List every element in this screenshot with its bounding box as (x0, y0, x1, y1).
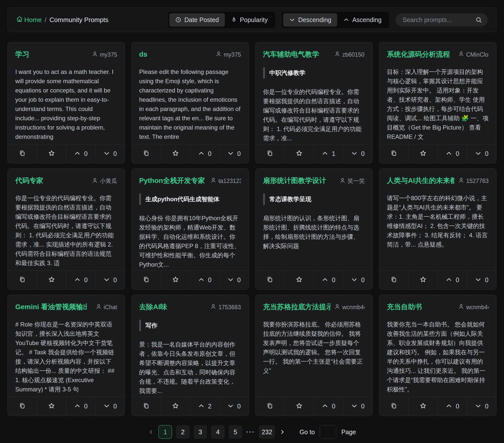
copy-icon (391, 276, 397, 284)
card-header: Gemini 看油管视频输出总结 iChat (15, 302, 117, 311)
downvote-count: 0 (485, 403, 488, 410)
page-button-3[interactable]: 3 (194, 425, 207, 439)
copy-button[interactable] (379, 271, 408, 289)
user-icon (210, 177, 216, 185)
prompt-card[interactable]: 代码专家 小黄瓜 你是一位专业的代码编程专业。你需要根据我提供的自然语言描述，自… (8, 168, 125, 290)
downvote-button[interactable]: 0 (95, 144, 125, 163)
favorite-button[interactable] (37, 144, 66, 163)
card-header: 人类与AI共生的未来都市 152776376 (387, 176, 489, 185)
upvote-button[interactable]: 0 (438, 271, 467, 289)
copy-button[interactable] (8, 144, 37, 163)
card-body-text: 你是一位专业的代码编程专业。你需要根据我提供的自然语言描述，自动编写或修改符合目… (263, 87, 365, 144)
descending-button[interactable]: Descending (283, 13, 337, 27)
next-page-button[interactable] (279, 429, 285, 435)
upvote-button[interactable]: 2 (190, 397, 219, 416)
copy-icon (391, 403, 397, 410)
page-button-2[interactable]: 2 (176, 425, 190, 439)
upvote-button[interactable]: 0 (66, 271, 95, 289)
card-author: iChat (96, 302, 117, 311)
upvote-icon (322, 276, 328, 284)
upvote-button[interactable]: 0 (190, 144, 219, 163)
downvote-button[interactable]: 0 (467, 397, 496, 416)
downvote-button[interactable]: 0 (343, 144, 372, 163)
copy-button[interactable] (132, 397, 161, 416)
card-content: 代码专家 小黄瓜 你是一位专业的代码编程专业。你需要根据我提供的自然语言描述，自… (8, 169, 125, 270)
card-title: 系统化源码分析流程 (387, 50, 450, 59)
copy-button[interactable] (256, 271, 285, 289)
prompt-card[interactable]: 充当苏格拉底方法提示 wcnmb445 我要你扮演苏格拉底。 你必须用苏格拉底的… (255, 295, 373, 416)
goto-label: Go to (299, 428, 315, 436)
downvote-icon (475, 403, 481, 410)
date-posted-button[interactable]: Date Posted (169, 13, 225, 27)
star-icon (420, 150, 427, 158)
prompt-card[interactable]: 学习 my375 I want you to act as a math tea… (8, 42, 125, 163)
page-button-1[interactable]: 1 (158, 425, 172, 439)
favorite-button[interactable] (37, 271, 66, 289)
prompt-card[interactable]: ds my375 Please edit the following passa… (131, 42, 249, 163)
prev-page-button[interactable] (148, 429, 154, 435)
upvote-button[interactable]: 0 (66, 397, 95, 416)
card-content: 扇形统计图教学设计 笑一笑 常态课教学呈现 扇形统计图的认识，条形统计图、扇形统… (256, 169, 373, 270)
popularity-button[interactable]: Popularity (225, 13, 274, 27)
card-content: ds my375 Please edit the following passa… (132, 42, 249, 144)
downvote-button[interactable]: 0 (95, 397, 125, 416)
copy-button[interactable] (379, 144, 408, 163)
ascending-button[interactable]: Ascending (337, 13, 388, 27)
copy-button[interactable] (8, 271, 37, 289)
prompt-card[interactable]: 汽车辅助电气教学 zb6015023 中职汽修教学 你是一位专业的代码编程专业。… (255, 42, 373, 163)
upvote-button[interactable]: 0 (190, 271, 219, 289)
upvote-button[interactable]: 0 (66, 144, 95, 163)
card-content: 汽车辅助电气教学 zb6015023 中职汽修教学 你是一位专业的代码编程专业。… (256, 42, 373, 144)
upvote-button[interactable]: 0 (438, 144, 467, 163)
favorite-button[interactable] (161, 144, 190, 163)
downvote-button[interactable]: 0 (343, 271, 372, 289)
upvote-icon (198, 150, 205, 158)
favorite-button[interactable] (37, 397, 66, 416)
prompt-card[interactable]: Python全栈开发专家 ta12312320 生成python代码生成智能体 … (131, 168, 249, 290)
prompt-card[interactable]: 系统化源码分析流程 CMinCloud 目标：深入理解一个开源项目的架构与核心逻… (379, 42, 496, 163)
upvote-button[interactable]: 0 (438, 397, 467, 416)
downvote-button[interactable]: 0 (219, 144, 249, 163)
favorite-button[interactable] (408, 144, 438, 163)
search-icon[interactable] (475, 16, 482, 24)
favorite-button[interactable] (284, 144, 314, 163)
downvote-button[interactable]: 0 (467, 144, 496, 163)
favorite-button[interactable] (408, 271, 438, 289)
upvote-count: 0 (456, 276, 459, 284)
copy-button[interactable] (379, 397, 408, 416)
copy-button[interactable] (256, 397, 285, 416)
prompt-card[interactable]: 去除AI味 175368325 写作 景：我是一名自媒体平台的内容创作者，依靠今… (131, 295, 249, 416)
search-input[interactable] (396, 16, 498, 24)
page-button-5[interactable]: 5 (229, 425, 242, 439)
prompt-card[interactable]: 充当自助书 wcnmb445 我要你充当一本自助书。 您会就如何改善我生活的某些… (379, 295, 496, 416)
page-button-4[interactable]: 4 (211, 425, 225, 439)
downvote-button[interactable]: 0 (219, 271, 249, 289)
upvote-button[interactable]: 0 (314, 397, 343, 416)
breadcrumb-home-link[interactable]: Home (16, 16, 42, 24)
upvote-button[interactable]: 0 (314, 271, 343, 289)
prompt-card[interactable]: Gemini 看油管视频输出总结 iChat # Role 你现在是一名资深的中… (8, 295, 125, 416)
last-page-button[interactable]: 232 (259, 425, 275, 439)
favorite-button[interactable] (161, 271, 190, 289)
favorite-button[interactable] (161, 397, 190, 416)
star-icon (48, 402, 55, 410)
copy-icon (143, 276, 149, 284)
downvote-button[interactable]: 0 (343, 397, 372, 416)
favorite-button[interactable] (408, 397, 438, 416)
favorite-button[interactable] (284, 271, 314, 289)
card-header: 系统化源码分析流程 CMinCloud (387, 50, 489, 59)
copy-button[interactable] (132, 271, 161, 289)
goto-page-input[interactable] (320, 425, 336, 439)
copy-button[interactable] (256, 144, 285, 163)
favorite-button[interactable] (284, 397, 314, 416)
copy-button[interactable] (132, 144, 161, 163)
downvote-button[interactable]: 0 (467, 271, 496, 289)
upvote-button[interactable]: 1 (314, 144, 343, 163)
downvote-button[interactable]: 0 (219, 397, 249, 416)
prompt-card[interactable]: 扇形统计图教学设计 笑一笑 常态课教学呈现 扇形统计图的认识，条形统计图、扇形统… (255, 168, 373, 290)
card-content: 去除AI味 175368325 写作 景：我是一名自媒体平台的内容创作者，依靠今… (132, 295, 249, 397)
prompt-card[interactable]: 人类与AI共生的未来都市 152776376 请写一个800字左右的科幻微小说，… (379, 168, 496, 290)
copy-button[interactable] (8, 397, 37, 416)
downvote-button[interactable]: 0 (95, 271, 125, 289)
upvote-icon (322, 150, 328, 158)
